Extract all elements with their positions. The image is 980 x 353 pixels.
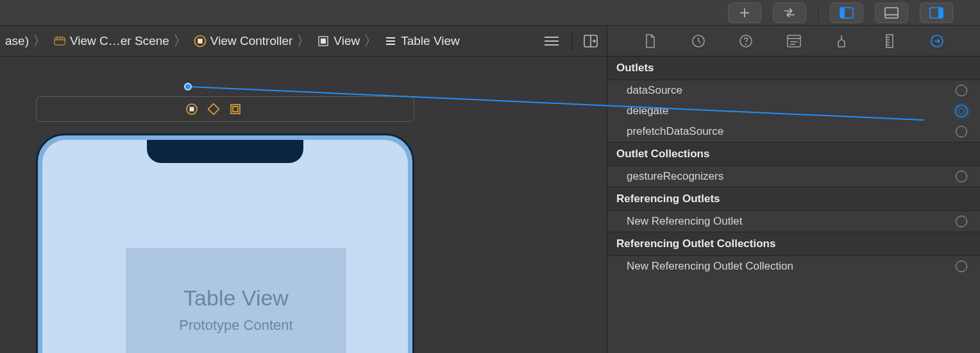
identity-inspector-tab[interactable]: [786, 33, 802, 49]
tableview-title: Table View: [183, 286, 289, 311]
outlet-delegate[interactable]: delegate: [607, 101, 980, 121]
panel-right-icon: [929, 7, 943, 19]
chevron-right-icon: 〉: [172, 31, 189, 51]
outlet-datasource[interactable]: dataSource: [607, 80, 980, 101]
svg-rect-14: [198, 39, 202, 43]
canvas-area[interactable]: ase) 〉 View C…er Scene 〉 View Controller…: [0, 26, 607, 353]
connector-circle[interactable]: [956, 261, 967, 272]
panel-left-button[interactable]: [830, 3, 863, 23]
device-frame: Table View Prototype Content: [36, 133, 414, 353]
svg-rect-4: [885, 8, 898, 18]
view-icon: [317, 35, 330, 47]
toolbar-divider: [818, 4, 818, 21]
vc-dock-icon[interactable]: [185, 103, 198, 116]
breadcrumb-item-view[interactable]: View: [312, 34, 362, 48]
connector-circle-active[interactable]: [956, 105, 967, 117]
device-notch: [147, 140, 303, 163]
breadcrumb-label: View Controller: [210, 34, 292, 48]
outlet-label: New Referencing Outlet: [627, 215, 956, 228]
outlet-gesture[interactable]: gestureRecognizers: [607, 166, 980, 187]
breadcrumb-label: Table View: [401, 34, 460, 48]
outlet-new-ref[interactable]: New Referencing Outlet: [607, 211, 980, 232]
section-ref-outlets: Referencing Outlets: [607, 187, 980, 211]
section-outlet-collections: Outlet Collections: [607, 142, 980, 166]
jump-bar: ase) 〉 View C…er Scene 〉 View Controller…: [0, 26, 607, 56]
view-controller-icon: [194, 35, 207, 47]
first-responder-icon[interactable]: [207, 103, 220, 116]
inspector-panel: Outlets dataSource delegate prefetchData…: [607, 26, 980, 353]
breadcrumb-item-tableview[interactable]: Table View: [379, 34, 462, 48]
panel-bottom-button[interactable]: [875, 3, 908, 23]
breadcrumb-item-project[interactable]: ase): [0, 34, 31, 48]
outlet-prefetch[interactable]: prefetchDataSource: [607, 121, 980, 142]
swap-icon: [782, 6, 797, 19]
help-inspector-tab[interactable]: [738, 33, 754, 49]
embed-button[interactable]: [773, 3, 806, 23]
breadcrumb-label: View C…er Scene: [70, 34, 169, 48]
lines-icon: [543, 35, 560, 47]
connections-inspector-tab[interactable]: [929, 33, 945, 49]
scene-header[interactable]: [36, 96, 414, 122]
adjust-lines-button[interactable]: [543, 35, 560, 47]
add-editor-button[interactable]: [584, 35, 598, 47]
outlet-label: gestureRecognizers: [627, 170, 956, 183]
attributes-inspector-tab[interactable]: [833, 33, 850, 49]
connections-icon: [930, 34, 944, 48]
size-inspector-tab[interactable]: [881, 33, 898, 49]
add-panel-icon: [584, 35, 598, 47]
panel-bottom-icon: [884, 7, 899, 19]
svg-point-34: [746, 44, 747, 44]
outlet-new-ref-coll[interactable]: New Referencing Outlet Collection: [607, 256, 980, 277]
svg-rect-28: [190, 107, 194, 112]
id-icon: [787, 35, 801, 47]
svg-rect-3: [840, 8, 845, 18]
tableview-placeholder[interactable]: Table View Prototype Content: [126, 248, 346, 353]
sliders-icon: [835, 34, 848, 48]
tableview-icon: [384, 35, 397, 47]
panel-left-icon: [840, 7, 854, 19]
connector-circle[interactable]: [956, 216, 967, 227]
svg-rect-29: [208, 104, 219, 115]
help-icon: [739, 34, 753, 48]
tableview-subtitle: Prototype Content: [179, 317, 292, 334]
file-inspector-tab[interactable]: [642, 33, 659, 49]
history-inspector-tab[interactable]: [690, 33, 707, 49]
breadcrumb-label: ase): [5, 34, 29, 48]
ruler-icon: [884, 34, 895, 48]
connector-circle[interactable]: [956, 171, 967, 182]
library-add-button[interactable]: [728, 3, 761, 23]
breadcrumb-item-scene[interactable]: View C…er Scene: [48, 34, 172, 48]
device-screen[interactable]: Table View Prototype Content: [42, 140, 408, 353]
connector-circle[interactable]: [956, 126, 967, 137]
exit-icon[interactable]: [229, 103, 242, 116]
outlet-label: dataSource: [627, 84, 956, 97]
clock-icon: [691, 34, 705, 48]
svg-rect-31: [233, 107, 238, 112]
breadcrumb-item-vc[interactable]: View Controller: [189, 34, 295, 48]
connector-circle[interactable]: [956, 85, 967, 96]
svg-rect-35: [788, 35, 800, 47]
outlet-label: New Referencing Outlet Collection: [627, 260, 956, 273]
section-outlets: Outlets: [607, 56, 980, 80]
chevron-right-icon: 〉: [31, 31, 48, 51]
chevron-right-icon: 〉: [295, 31, 312, 51]
panel-right-button[interactable]: [920, 3, 953, 23]
chevron-right-icon: 〉: [362, 31, 379, 51]
svg-rect-7: [938, 8, 943, 18]
svg-rect-30: [231, 105, 240, 114]
storyboard-icon: [53, 35, 66, 47]
plus-icon: [738, 6, 751, 19]
inspector-tabs: [607, 26, 980, 56]
svg-rect-16: [321, 39, 326, 44]
breadcrumb-label: View: [334, 34, 360, 48]
file-icon: [645, 34, 656, 48]
section-ref-outlet-collections: Referencing Outlet Collections: [607, 232, 980, 256]
outlet-label: prefetchDataSource: [627, 125, 956, 138]
divider: [571, 31, 572, 51]
outlet-label: delegate: [627, 105, 956, 117]
window-toolbar: [0, 0, 980, 26]
svg-rect-39: [886, 35, 893, 47]
